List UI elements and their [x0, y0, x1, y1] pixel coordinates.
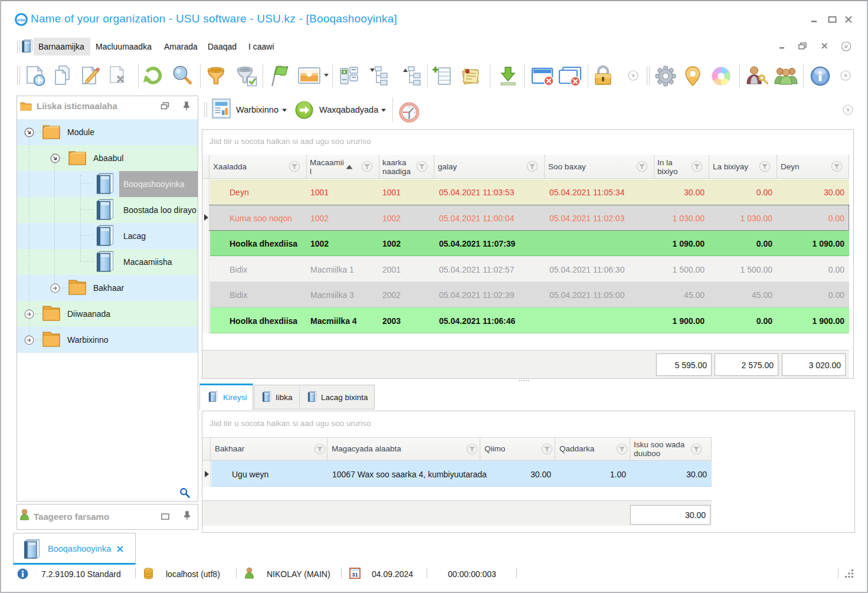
svg-text:31: 31	[352, 571, 358, 578]
svg-text:usu: usu	[17, 17, 25, 22]
